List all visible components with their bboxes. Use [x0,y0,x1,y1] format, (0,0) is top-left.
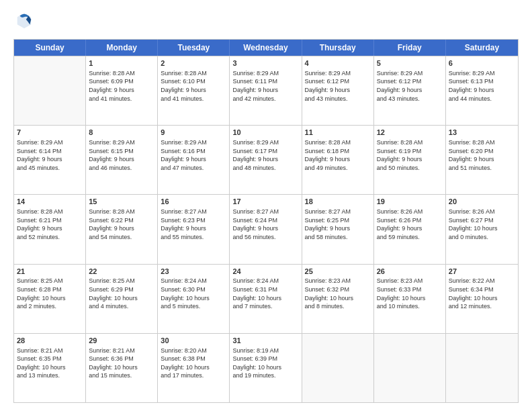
cal-cell-17: 17Sunrise: 8:27 AM Sunset: 6:24 PM Dayli… [230,195,302,263]
day-number: 17 [232,197,298,207]
cal-cell-30: 30Sunrise: 8:20 AM Sunset: 6:38 PM Dayli… [158,334,230,402]
day-number: 1 [89,58,154,68]
day-number: 7 [17,128,83,138]
day-info: Sunrise: 8:24 AM Sunset: 6:30 PM Dayligh… [161,277,226,310]
day-info: Sunrise: 8:28 AM Sunset: 6:20 PM Dayligh… [449,138,515,172]
week-row-2: 7Sunrise: 8:29 AM Sunset: 6:14 PM Daylig… [14,125,518,194]
day-number: 25 [305,267,371,277]
day-number: 2 [161,58,226,68]
day-info: Sunrise: 8:28 AM Sunset: 6:19 PM Dayligh… [377,138,443,172]
day-info: Sunrise: 8:22 AM Sunset: 6:34 PM Dayligh… [449,277,515,310]
cal-cell-21: 21Sunrise: 8:25 AM Sunset: 6:28 PM Dayli… [14,265,86,333]
day-info: Sunrise: 8:25 AM Sunset: 6:29 PM Dayligh… [89,277,154,310]
cal-cell-15: 15Sunrise: 8:28 AM Sunset: 6:22 PM Dayli… [86,195,158,263]
day-info: Sunrise: 8:29 AM Sunset: 6:13 PM Dayligh… [449,69,515,103]
day-info: Sunrise: 8:29 AM Sunset: 6:12 PM Dayligh… [305,69,371,103]
day-number: 19 [377,197,443,207]
cal-cell-empty-4-6 [446,334,518,402]
day-info: Sunrise: 8:29 AM Sunset: 6:17 PM Dayligh… [232,138,298,172]
cal-cell-11: 11Sunrise: 8:28 AM Sunset: 6:18 PM Dayli… [302,126,374,194]
cal-cell-29: 29Sunrise: 8:21 AM Sunset: 6:36 PM Dayli… [86,334,158,402]
day-info: Sunrise: 8:21 AM Sunset: 6:35 PM Dayligh… [17,347,83,380]
day-number: 5 [377,58,443,68]
day-number: 26 [377,267,443,277]
day-number: 29 [89,336,154,346]
day-number: 30 [161,336,226,346]
day-of-week-tuesday: Tuesday [158,40,230,56]
day-info: Sunrise: 8:27 AM Sunset: 6:23 PM Dayligh… [161,208,226,241]
day-number: 21 [17,267,83,277]
day-info: Sunrise: 8:20 AM Sunset: 6:38 PM Dayligh… [161,347,226,380]
day-number: 28 [17,336,83,346]
day-number: 31 [232,336,298,346]
day-number: 9 [161,128,226,138]
day-of-week-friday: Friday [374,40,446,56]
day-info: Sunrise: 8:29 AM Sunset: 6:11 PM Dayligh… [232,69,298,103]
week-row-3: 14Sunrise: 8:28 AM Sunset: 6:21 PM Dayli… [14,194,518,263]
day-number: 24 [232,267,298,277]
cal-cell-2: 2Sunrise: 8:28 AM Sunset: 6:10 PM Daylig… [158,56,230,125]
day-number: 22 [89,267,154,277]
day-info: Sunrise: 8:23 AM Sunset: 6:33 PM Dayligh… [377,277,443,310]
day-info: Sunrise: 8:27 AM Sunset: 6:24 PM Dayligh… [232,208,298,241]
day-info: Sunrise: 8:29 AM Sunset: 6:14 PM Dayligh… [17,138,83,172]
cal-cell-4: 4Sunrise: 8:29 AM Sunset: 6:12 PM Daylig… [302,56,374,125]
day-info: Sunrise: 8:28 AM Sunset: 6:22 PM Dayligh… [89,208,154,241]
cal-cell-14: 14Sunrise: 8:28 AM Sunset: 6:21 PM Dayli… [14,195,86,263]
cal-cell-19: 19Sunrise: 8:26 AM Sunset: 6:26 PM Dayli… [374,195,446,263]
cal-cell-20: 20Sunrise: 8:26 AM Sunset: 6:27 PM Dayli… [446,195,518,263]
day-info: Sunrise: 8:29 AM Sunset: 6:16 PM Dayligh… [161,138,226,172]
calendar-header: SundayMondayTuesdayWednesdayThursdayFrid… [14,40,518,56]
day-info: Sunrise: 8:21 AM Sunset: 6:36 PM Dayligh… [89,347,154,380]
day-number: 3 [232,58,298,68]
day-info: Sunrise: 8:28 AM Sunset: 6:09 PM Dayligh… [89,69,154,103]
day-info: Sunrise: 8:27 AM Sunset: 6:25 PM Dayligh… [305,208,371,241]
cal-cell-22: 22Sunrise: 8:25 AM Sunset: 6:29 PM Dayli… [86,265,158,333]
week-row-1: 1Sunrise: 8:28 AM Sunset: 6:09 PM Daylig… [14,56,518,125]
day-number: 15 [89,197,154,207]
cal-cell-6: 6Sunrise: 8:29 AM Sunset: 6:13 PM Daylig… [446,56,518,125]
day-number: 18 [305,197,371,207]
day-info: Sunrise: 8:26 AM Sunset: 6:26 PM Dayligh… [377,208,443,241]
cal-cell-26: 26Sunrise: 8:23 AM Sunset: 6:33 PM Dayli… [374,265,446,333]
week-row-5: 28Sunrise: 8:21 AM Sunset: 6:35 PM Dayli… [14,333,518,402]
day-of-week-thursday: Thursday [302,40,374,56]
day-info: Sunrise: 8:28 AM Sunset: 6:10 PM Dayligh… [161,69,226,103]
logo [13,11,34,32]
day-number: 14 [17,197,83,207]
day-number: 8 [89,128,154,138]
cal-cell-23: 23Sunrise: 8:24 AM Sunset: 6:30 PM Dayli… [158,265,230,333]
cal-cell-empty-4-5 [374,334,446,402]
day-of-week-saturday: Saturday [446,40,518,56]
day-of-week-sunday: Sunday [14,40,86,56]
cal-cell-9: 9Sunrise: 8:29 AM Sunset: 6:16 PM Daylig… [158,126,230,194]
day-info: Sunrise: 8:26 AM Sunset: 6:27 PM Dayligh… [449,208,515,241]
cal-cell-18: 18Sunrise: 8:27 AM Sunset: 6:25 PM Dayli… [302,195,374,263]
cal-cell-10: 10Sunrise: 8:29 AM Sunset: 6:17 PM Dayli… [230,126,302,194]
page: SundayMondayTuesdayWednesdayThursdayFrid… [0,0,532,411]
day-info: Sunrise: 8:29 AM Sunset: 6:15 PM Dayligh… [89,138,154,172]
day-number: 6 [449,58,515,68]
cal-cell-24: 24Sunrise: 8:24 AM Sunset: 6:31 PM Dayli… [230,265,302,333]
cal-cell-27: 27Sunrise: 8:22 AM Sunset: 6:34 PM Dayli… [446,265,518,333]
day-number: 10 [232,128,298,138]
day-info: Sunrise: 8:19 AM Sunset: 6:39 PM Dayligh… [232,347,298,380]
cal-cell-28: 28Sunrise: 8:21 AM Sunset: 6:35 PM Dayli… [14,334,86,402]
day-info: Sunrise: 8:28 AM Sunset: 6:21 PM Dayligh… [17,208,83,241]
day-number: 23 [161,267,226,277]
cal-cell-3: 3Sunrise: 8:29 AM Sunset: 6:11 PM Daylig… [230,56,302,125]
day-of-week-monday: Monday [86,40,158,56]
cal-cell-7: 7Sunrise: 8:29 AM Sunset: 6:14 PM Daylig… [14,126,86,194]
cal-cell-12: 12Sunrise: 8:28 AM Sunset: 6:19 PM Dayli… [374,126,446,194]
calendar-body: 1Sunrise: 8:28 AM Sunset: 6:09 PM Daylig… [14,56,518,402]
cal-cell-25: 25Sunrise: 8:23 AM Sunset: 6:32 PM Dayli… [302,265,374,333]
logo-icon [15,11,34,30]
day-number: 27 [449,267,515,277]
day-info: Sunrise: 8:29 AM Sunset: 6:12 PM Dayligh… [377,69,443,103]
day-info: Sunrise: 8:28 AM Sunset: 6:18 PM Dayligh… [305,138,371,172]
day-info: Sunrise: 8:24 AM Sunset: 6:31 PM Dayligh… [232,277,298,310]
day-number: 11 [305,128,371,138]
cal-cell-31: 31Sunrise: 8:19 AM Sunset: 6:39 PM Dayli… [230,334,302,402]
calendar: SundayMondayTuesdayWednesdayThursdayFrid… [13,39,519,403]
cal-cell-empty-0-0 [14,56,86,125]
